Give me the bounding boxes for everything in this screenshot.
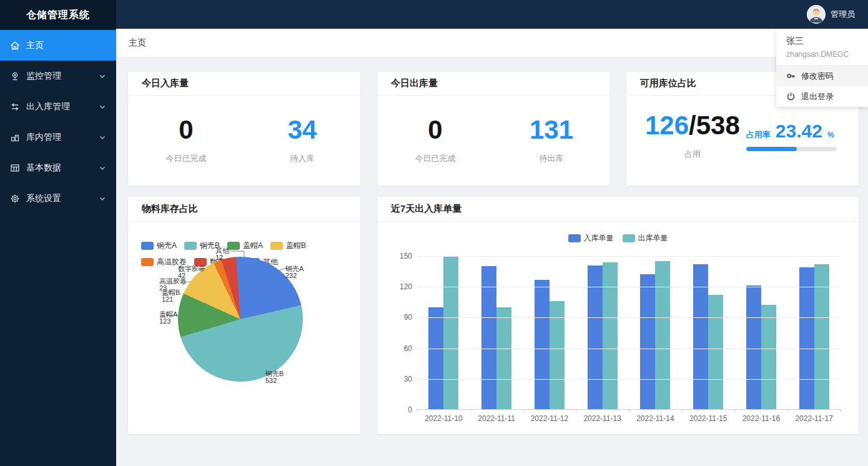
chevron-down-icon bbox=[99, 72, 106, 80]
breadcrumb: 主页 bbox=[116, 29, 868, 57]
capacity-rate-unit: % bbox=[827, 131, 834, 139]
y-axis-tick-label: 150 bbox=[400, 252, 412, 260]
bar-y-axis: 0306090120150 bbox=[377, 256, 412, 410]
warehouse-boxes-icon bbox=[10, 132, 20, 142]
bar-group bbox=[682, 256, 735, 409]
sidebar-item-label: 库内管理 bbox=[26, 132, 99, 143]
y-axis-tick-label: 90 bbox=[404, 313, 412, 322]
sidebar-item-home[interactable]: 主页 bbox=[0, 30, 116, 61]
capacity-rate-label: 占用率 bbox=[746, 129, 771, 141]
x-axis-tick-label: 2022-11-14 bbox=[629, 414, 682, 423]
sidebar: 仓储管理系统 主页 监控管理 出入库管理 库内管理 bbox=[0, 0, 116, 466]
bar bbox=[693, 264, 708, 409]
chevron-down-icon bbox=[99, 195, 106, 202]
capacity-card-body: 126/538 占用 占用率 23.42 % bbox=[626, 96, 859, 185]
legend-marker bbox=[623, 234, 635, 242]
app-root: 仓储管理系统 主页 监控管理 出入库管理 库内管理 bbox=[0, 0, 868, 466]
sidebar-item-inout[interactable]: 出入库管理 bbox=[0, 91, 116, 122]
chevron-down-icon bbox=[99, 103, 106, 111]
power-icon bbox=[786, 92, 796, 101]
inbound-pending-label: 待入库 bbox=[290, 153, 315, 164]
bar-legend: 入库单量出库单量 bbox=[377, 233, 859, 244]
inbound-completed: 0 今日已完成 bbox=[128, 96, 244, 185]
outbound-pending-label: 待出库 bbox=[540, 153, 564, 164]
sidebar-item-basedata[interactable]: 基本数据 bbox=[0, 152, 116, 183]
legend-item[interactable]: 钢壳A bbox=[141, 240, 177, 251]
outbound-card: 今日出库量 0 今日已完成 131 待出库 bbox=[377, 72, 609, 186]
sidebar-item-monitor[interactable]: 监控管理 bbox=[0, 61, 116, 91]
occupancy-progress-track bbox=[746, 147, 837, 151]
bar bbox=[603, 262, 618, 409]
user-dropdown-info: 张三 zhangsan.DMEGC bbox=[776, 29, 868, 65]
capacity-total-value: 538 bbox=[696, 111, 740, 140]
x-axis-tick bbox=[841, 409, 841, 412]
x-axis-tick bbox=[576, 409, 576, 412]
key-icon bbox=[786, 71, 796, 81]
capacity-separator: / bbox=[689, 111, 696, 140]
user-menu-trigger[interactable]: 管理员 bbox=[807, 5, 855, 24]
bar-group bbox=[629, 256, 682, 409]
outbound-completed-value: 0 bbox=[428, 117, 442, 143]
pie-slice-label: 钢壳B532 bbox=[265, 370, 284, 384]
capacity-fraction: 126/538 bbox=[645, 112, 740, 139]
legend-item[interactable]: 盖帽A bbox=[227, 240, 263, 251]
sidebar-item-label: 监控管理 bbox=[26, 71, 99, 82]
bar bbox=[443, 256, 458, 409]
main-area: 管理员 主页 今日入库量 0 今日已完成 34 待 bbox=[116, 0, 868, 466]
x-axis-tick bbox=[417, 409, 418, 412]
capacity-rate-value: 23.42 bbox=[776, 121, 822, 142]
inbound-card: 今日入库量 0 今日已完成 34 待入库 bbox=[128, 72, 360, 186]
x-axis-tick-label: 2022-11-16 bbox=[735, 414, 788, 423]
gridline bbox=[417, 379, 841, 380]
x-axis-tick-label: 2022-11-12 bbox=[523, 414, 576, 423]
legend-marker bbox=[568, 234, 581, 242]
stat-cards-row: 今日入库量 0 今日已完成 34 待入库 今日出库量 bbox=[128, 72, 859, 186]
pie-chart-card: 物料库存占比 钢壳A钢壳B盖帽A盖帽B高温胶卷数字胶带其他 钢壳A232钢壳B5… bbox=[128, 197, 360, 434]
legend-label: 盖帽B bbox=[286, 240, 306, 251]
bar-chart-title: 近7天出入库单量 bbox=[377, 197, 859, 222]
inbound-completed-value: 0 bbox=[179, 117, 193, 143]
breadcrumb-current: 主页 bbox=[129, 37, 146, 49]
legend-label: 盖帽A bbox=[243, 240, 263, 251]
change-password-item[interactable]: 修改密码 bbox=[776, 66, 868, 86]
x-axis-tick-label: 2022-11-10 bbox=[417, 414, 470, 423]
capacity-rate: 占用率 23.42 % bbox=[746, 121, 846, 151]
inbound-card-body: 0 今日已完成 34 待入库 bbox=[128, 96, 360, 185]
bar bbox=[814, 264, 829, 409]
chevron-down-icon bbox=[99, 164, 106, 172]
y-axis-tick-label: 120 bbox=[400, 282, 412, 291]
change-password-label: 修改密码 bbox=[801, 71, 834, 82]
app-title: 仓储管理系统 bbox=[0, 0, 116, 30]
x-axis-tick-label: 2022-11-13 bbox=[576, 414, 629, 423]
bar-group bbox=[735, 256, 788, 409]
legend-item[interactable]: 入库单量 bbox=[568, 233, 614, 244]
sidebar-item-warehouse[interactable]: 库内管理 bbox=[0, 122, 116, 152]
bar bbox=[761, 305, 776, 409]
legend-item[interactable]: 出库单量 bbox=[623, 233, 668, 244]
user-name: 张三 bbox=[786, 36, 859, 47]
legend-item[interactable]: 钢壳B bbox=[184, 240, 220, 251]
outbound-card-body: 0 今日已完成 131 待出库 bbox=[377, 96, 609, 185]
pie-chart-title: 物料库存占比 bbox=[128, 197, 360, 222]
capacity-rate-line: 占用率 23.42 % bbox=[746, 121, 844, 142]
capacity-used-value: 126 bbox=[645, 111, 689, 140]
charts-row: 物料库存占比 钢壳A钢壳B盖帽A盖帽B高温胶卷数字胶带其他 钢壳A232钢壳B5… bbox=[128, 197, 859, 434]
bar-group bbox=[523, 256, 576, 409]
inbound-pending-value: 34 bbox=[288, 117, 317, 143]
monitor-icon bbox=[10, 71, 20, 81]
legend-item[interactable]: 盖帽B bbox=[270, 240, 306, 251]
table-icon bbox=[10, 163, 20, 173]
user-role-label: 管理员 bbox=[831, 9, 855, 20]
bar-group bbox=[787, 256, 841, 409]
bar bbox=[746, 285, 761, 409]
sidebar-item-settings[interactable]: 系统设置 bbox=[0, 183, 116, 214]
occupancy-progress-fill bbox=[746, 147, 797, 151]
bar-group bbox=[417, 256, 470, 409]
bar bbox=[428, 307, 443, 409]
x-axis-tick-label: 2022-11-11 bbox=[470, 414, 523, 423]
legend-marker bbox=[141, 242, 154, 250]
x-axis-tick bbox=[682, 409, 683, 412]
inbound-pending: 34 待入库 bbox=[244, 96, 360, 185]
logout-item[interactable]: 退出登录 bbox=[776, 86, 868, 107]
outbound-pending: 131 待出库 bbox=[493, 96, 609, 185]
